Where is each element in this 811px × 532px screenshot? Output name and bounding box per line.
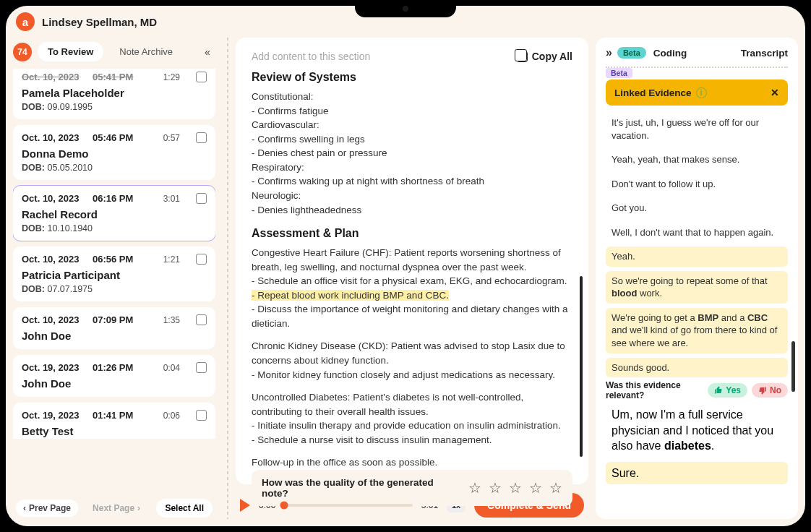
star-icon[interactable]: ☆ [509,479,522,497]
transcript-line: So we're going to repeat some of that bl… [606,271,788,304]
transcript-line: Sure. [606,462,788,485]
encounter-duration: 1:35 [163,315,180,325]
feedback-no-button[interactable]: No [752,383,788,398]
patient-dob: DOB: 05.05.2010 [22,163,207,173]
encounter-checkbox[interactable] [196,314,207,325]
encounter-checkbox[interactable] [196,132,207,143]
tab-note-archive[interactable]: Note Archive [109,42,183,61]
ap-heading: Assessment & Plan [252,227,572,240]
encounter-card[interactable]: Oct. 10, 202306:56 PM1:21Patricia Partic… [13,246,215,301]
encounter-time: 06:56 PM [93,254,137,265]
encounter-time: 05:46 PM [93,132,137,143]
transcript-list: It's just, uh, I guess we're off for our… [606,113,788,377]
patient-dob: DOB: 10.10.1940 [22,223,207,233]
close-icon[interactable]: ✕ [771,87,779,98]
middle-panel: Add content to this section Copy All Rev… [236,38,588,519]
encounter-checkbox[interactable] [196,193,207,204]
beta-badge-small: Beta [606,68,632,78]
tab-to-review[interactable]: To Review [38,42,103,61]
encounter-checkbox[interactable] [196,254,207,265]
tab-coding[interactable]: Coding [653,48,687,59]
transcript-line: It's just, uh, I guess we're off for our… [606,113,788,145]
ros-heading: Review of Systems [252,71,572,84]
add-content-placeholder[interactable]: Add content to this section [252,51,370,62]
encounter-card[interactable]: Oct. 10, 202305:46 PM0:57Donna DemoDOB: … [13,125,215,180]
transcript-scrollbar[interactable] [791,341,795,392]
user-name: Lindsey Spellman, MD [42,16,157,28]
encounter-checkbox[interactable] [196,72,207,82]
note-card: Add content to this section Copy All Rev… [236,38,588,484]
encounter-duration: 0:04 [163,363,180,373]
note-scrollbar[interactable] [580,276,583,457]
encounter-checkbox[interactable] [196,362,207,373]
encounter-duration: 0:06 [163,411,180,421]
patient-name: Betty Test [22,425,207,437]
encounter-date: Oct. 19, 2023 [22,362,82,373]
transcript-line: Don't want to follow it up. [606,174,788,194]
rating-bar: How was the quality of the generated not… [252,470,572,506]
encounter-time: 01:26 PM [93,362,137,373]
encounter-time: 05:41 PM [93,72,137,82]
encounter-time: 01:41 PM [93,410,137,421]
transcript-line: Um, now I'm a full service physician and… [606,403,788,458]
transcript-line: Sounds good. [606,358,788,378]
transcript-line: We're going to get a BMP and a CBC and w… [606,308,788,353]
transcript-line: Yeah, yeah, that makes sense. [606,150,788,170]
encounter-date: Oct. 10, 2023 [22,314,82,325]
encounter-list: Oct. 10, 202305:41 PM1:29Pamela Placehol… [13,69,215,493]
copy-all-button[interactable]: Copy All [517,51,572,62]
linked-evidence-title: Linked Evidence [614,87,692,98]
transcript-line: Got you. [606,198,788,218]
seek-thumb[interactable] [280,502,288,510]
encounter-duration: 1:21 [163,254,180,265]
encounter-card[interactable]: Oct. 19, 202301:41 PM0:06Betty Test [13,403,215,439]
star-icon[interactable]: ☆ [529,479,542,497]
prev-page-button[interactable]: ‹Prev Page [16,499,78,517]
collapse-left-icon[interactable]: « [199,44,215,60]
rating-question: How was the quality of the generated not… [262,477,461,499]
star-icon[interactable]: ☆ [549,479,562,497]
encounter-duration: 3:01 [163,194,180,204]
encounter-card[interactable]: Oct. 10, 202306:16 PM3:01Rachel RecordDO… [13,186,215,241]
evidence-feedback: Was this evidence relevant? Yes No [606,380,788,400]
highlighted-plan-line: - Repeat blood work including BMP and CB… [252,290,449,301]
tab-transcript[interactable]: Transcript [741,48,788,59]
encounter-card[interactable]: Oct. 10, 202307:09 PM1:35John Doe [13,307,215,349]
encounter-duration: 1:29 [163,72,180,82]
play-button-icon[interactable] [240,499,250,512]
expand-right-icon[interactable]: » [606,46,610,59]
encounter-duration: 0:57 [163,133,180,143]
copy-icon [517,51,528,62]
right-panel: » Beta Coding Transcript Beta Linked Evi… [596,38,798,519]
encounter-date: Oct. 10, 2023 [22,254,82,265]
transcript-line: Well, I don't want that to happen again. [606,223,788,243]
thumbs-up-icon [714,386,723,395]
encounter-time: 07:09 PM [93,314,137,325]
patient-name: Pamela Placeholder [22,87,207,99]
star-icon[interactable]: ☆ [468,479,481,497]
dotted-divider [606,66,788,68]
encounter-date: Oct. 10, 2023 [22,193,82,204]
seek-track[interactable] [284,504,412,507]
rating-stars[interactable]: ☆ ☆ ☆ ☆ ☆ [468,479,562,497]
patient-dob: DOB: 07.07.1975 [22,284,207,294]
info-icon[interactable]: i [696,87,707,98]
encounter-card[interactable]: Oct. 10, 202305:41 PM1:29Pamela Placehol… [13,69,215,119]
patient-dob: DOB: 09.09.1995 [22,102,207,112]
patient-name: Rachel Record [22,208,207,220]
ros-body: Constitutional:- Confirms fatigueCardiov… [252,90,572,217]
next-page-button[interactable]: Next Page› [85,499,147,517]
vertical-divider [227,38,228,519]
encounter-checkbox[interactable] [196,410,207,421]
left-panel: 74 To Review Note Archive « Oct. 10, 202… [13,38,215,519]
feedback-question: Was this evidence relevant? [606,380,703,400]
encounter-date: Oct. 10, 2023 [22,72,82,82]
linked-evidence-banner: Linked Evidence i ✕ [606,80,788,106]
star-icon[interactable]: ☆ [489,479,502,497]
encounter-card[interactable]: Oct. 19, 202301:26 PM0:04John Doe [13,355,215,397]
feedback-yes-button[interactable]: Yes [708,383,747,398]
beta-badge: Beta [617,47,646,59]
select-all-button[interactable]: Select All [156,499,213,518]
thumbs-down-icon [758,386,767,395]
patient-name: John Doe [22,377,207,390]
